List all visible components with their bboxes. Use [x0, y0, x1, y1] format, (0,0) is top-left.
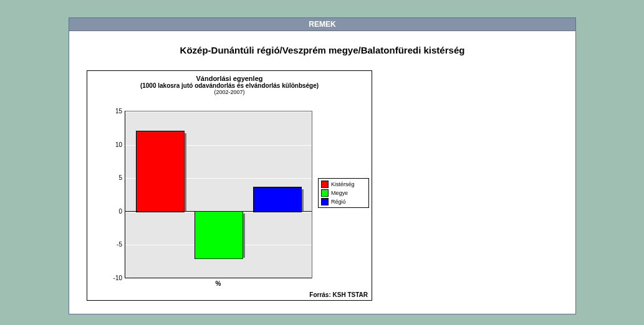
- chart-frame: Vándorlási egyenleg (1000 lakosra jutó o…: [87, 70, 372, 301]
- y-axis: [125, 111, 125, 278]
- breadcrumb: Közép-Dunántúli régió/Veszprém megye/Bal…: [69, 31, 575, 63]
- grid-line: [125, 278, 312, 279]
- legend-swatch-icon: [321, 198, 329, 205]
- zero-line: [125, 211, 312, 212]
- legend-label: Régió: [331, 199, 346, 205]
- legend-swatch-icon: [321, 189, 329, 197]
- legend-swatch-icon: [321, 181, 329, 188]
- chart-source: Forrás: KSH TSTAR: [309, 291, 368, 298]
- x-axis-label: %: [125, 280, 312, 287]
- y-tick-label: 15: [105, 108, 122, 115]
- legend-label: Megye: [331, 190, 348, 197]
- grid-line: [125, 111, 312, 112]
- legend-item: Régió: [321, 198, 366, 205]
- breadcrumb-text: Közép-Dunántúli régió/Veszprém megye/Bal…: [180, 45, 465, 55]
- y-tick-label: -5: [105, 241, 122, 248]
- main-panel: REMEK Közép-Dunántúli régió/Veszprém meg…: [69, 17, 576, 314]
- panel-header: REMEK: [69, 18, 575, 31]
- bar: [253, 187, 302, 212]
- y-tick-label: -10: [105, 275, 122, 281]
- chart-title: Vándorlási egyenleg: [87, 75, 372, 82]
- bar: [195, 211, 243, 259]
- legend-item: Megye: [321, 189, 366, 197]
- x-axis: [125, 278, 312, 278]
- y-tick-label: 10: [105, 141, 122, 148]
- chart-subtitle: (1000 lakosra jutó odavándorlás és elván…: [87, 82, 372, 89]
- legend: Kistérség Megye Régió: [318, 178, 369, 208]
- chart-period: (2002-2007): [87, 89, 372, 95]
- legend-item: Kistérség: [321, 181, 366, 188]
- chart-titles: Vándorlási egyenleg (1000 lakosra jutó o…: [87, 71, 372, 95]
- panel-title: REMEK: [309, 20, 335, 29]
- y-tick-label: 0: [105, 207, 122, 214]
- y-tick-label: 5: [105, 174, 122, 181]
- bar: [136, 131, 185, 212]
- legend-label: Kistérség: [331, 181, 355, 188]
